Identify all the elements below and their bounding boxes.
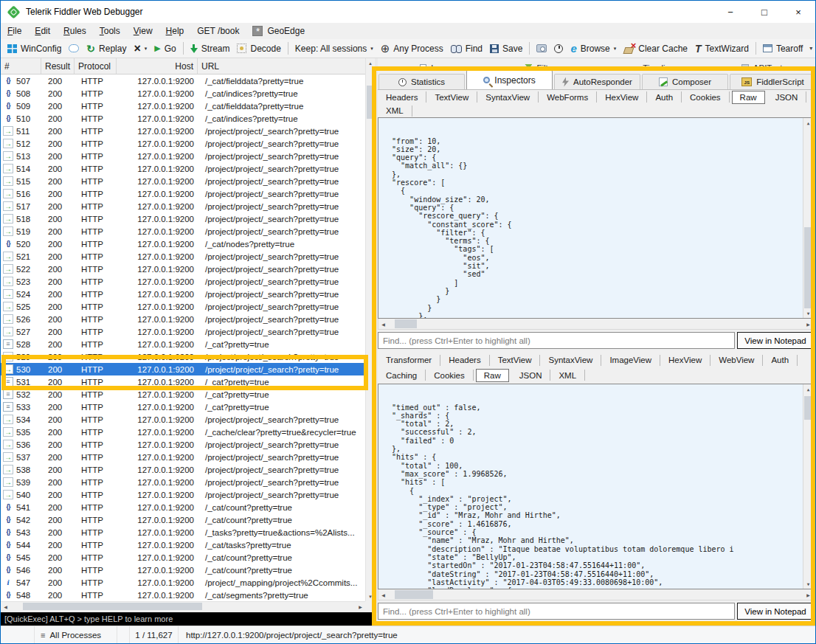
session-list-vscrollbar[interactable]: ▲ ▼	[365, 58, 375, 601]
scrollbar-thumb[interactable]	[804, 227, 812, 308]
scroll-left-icon[interactable]: ◀	[1, 602, 10, 611]
quickexec-bar[interactable]: [QuickExec] ALT+Q > type HELP to learn m…	[1, 612, 376, 626]
request-subtab-textview[interactable]: TextView	[426, 91, 477, 103]
scroll-down-icon[interactable]: ▼	[803, 579, 813, 589]
session-row[interactable]: {}545200HTTP127.0.0.1:9200/_cat/count?pr…	[1, 551, 365, 564]
scrollbar-thumb[interactable]	[367, 86, 374, 119]
session-row[interactable]: →519200HTTP127.0.0.1:9200/project/projec…	[1, 225, 365, 238]
menu-item-view[interactable]: View	[127, 23, 159, 39]
session-row[interactable]: →535200HTTP127.0.0.1:9200/_cache/clear?p…	[1, 426, 365, 438]
toolbar-button-tearoff[interactable]: Tearoff	[759, 40, 806, 58]
toolbar-button-keep-all-sessions[interactable]: Keep: All sessions▾	[291, 40, 377, 58]
toolbar-button-find[interactable]: Find	[447, 40, 486, 58]
toolbar-button-save[interactable]: Save	[486, 40, 526, 58]
session-row[interactable]: ≡533200HTTP127.0.0.1:9200/_cat?pretty=tr…	[1, 401, 365, 413]
response-view-in-notepad-button[interactable]: View in Notepad	[737, 603, 814, 620]
response-subtab-caching[interactable]: Caching	[378, 370, 426, 381]
menu-item-help[interactable]: Help	[159, 23, 191, 39]
response-subtab-auth[interactable]: Auth	[763, 355, 798, 366]
session-row[interactable]: →538200HTTP127.0.0.1:9200/project/projec…	[1, 463, 365, 476]
menu-item-edit[interactable]: Edit	[28, 23, 57, 39]
toolbar-button-any-process[interactable]: Any Process	[377, 40, 447, 58]
scrollbar-thumb[interactable]	[395, 590, 433, 599]
request-subtab-cookies[interactable]: Cookies	[682, 91, 730, 103]
session-row[interactable]: →523200HTTP127.0.0.1:9200/project/projec…	[1, 275, 365, 288]
session-row[interactable]: →517200HTTP127.0.0.1:9200/project/projec…	[1, 200, 365, 212]
request-body-view[interactable]: "from": 10, "size": 20, "query": { "matc…	[378, 117, 814, 319]
session-row[interactable]: →537200HTTP127.0.0.1:9200/project/projec…	[1, 451, 365, 463]
session-row[interactable]: ≡528200HTTP127.0.0.1:9200/_cat?pretty=tr…	[1, 338, 365, 350]
toolbar-button-screenshot-icon[interactable]	[533, 40, 550, 58]
toolbar-button-timer-icon[interactable]	[550, 40, 567, 58]
request-subtab-syntaxview[interactable]: SyntaxView	[477, 91, 539, 103]
toolbar-button-comment-icon[interactable]	[65, 40, 83, 58]
session-row[interactable]: →518200HTTP127.0.0.1:9200/project/projec…	[1, 212, 365, 225]
response-subtab-textview[interactable]: TextView	[490, 355, 541, 366]
response-subtab-transformer[interactable]: Transformer	[378, 355, 440, 366]
request-view-in-notepad-button[interactable]: View in Notepad	[737, 332, 814, 349]
session-row[interactable]: →511200HTTP127.0.0.1:9200/project/projec…	[1, 125, 365, 137]
request-subtab-raw[interactable]: Raw	[732, 91, 765, 104]
column-header-url[interactable]: URL	[198, 58, 365, 74]
session-row[interactable]: →539200HTTP127.0.0.1:9200/project/projec…	[1, 476, 365, 488]
request-find-input[interactable]	[378, 332, 735, 349]
session-list-hscrollbar[interactable]: ◀ ▶	[1, 601, 365, 611]
session-row[interactable]: {}507200HTTP127.0.0.1:9200/_cat/fielddat…	[1, 75, 365, 87]
session-row[interactable]: →529200HTTP127.0.0.1:9200/project/projec…	[1, 350, 365, 363]
session-row[interactable]: →524200HTTP127.0.0.1:9200/project/projec…	[1, 288, 365, 300]
response-subtab-hexview[interactable]: HexView	[660, 355, 710, 366]
session-row[interactable]: →522200HTTP127.0.0.1:9200/project/projec…	[1, 263, 365, 275]
session-row[interactable]: {}546200HTTP127.0.0.1:9200/_cat/count?pr…	[1, 564, 365, 576]
process-filter[interactable]: ≡ All Processes	[35, 626, 117, 644]
request-subtab-webforms[interactable]: WebForms	[539, 91, 597, 103]
request-subtab-xml[interactable]: XML	[378, 105, 412, 117]
session-row[interactable]: {}543200HTTP127.0.0.1:9200/_tasks?pretty…	[1, 526, 365, 539]
tab-filters[interactable]: Filters	[488, 58, 598, 68]
session-row[interactable]: i547200HTTP127.0.0.1:9200/project/_mappi…	[1, 576, 365, 589]
column-header-[interactable]: #	[1, 58, 41, 74]
response-subtab-raw[interactable]: Raw	[476, 369, 509, 382]
scroll-up-icon[interactable]: ▲	[366, 58, 375, 68]
tab-autoresponder[interactable]: AutoResponder	[554, 74, 640, 89]
session-row[interactable]: {}544200HTTP127.0.0.1:9200/_cat/tasks?pr…	[1, 539, 365, 551]
session-row[interactable]: {}520200HTTP127.0.0.1:9200/_cat/nodes?pr…	[1, 238, 365, 250]
maximize-button[interactable]: □	[747, 1, 781, 23]
session-list-header[interactable]: #ResultProtocolHostURL	[1, 58, 365, 75]
response-subtab-json[interactable]: JSON	[511, 370, 551, 381]
toolbar-overflow-button[interactable]: ▾	[806, 45, 815, 52]
column-header-host[interactable]: Host	[117, 58, 198, 74]
request-subtab-hexview[interactable]: HexView	[597, 91, 647, 103]
request-vscrollbar[interactable]: ▲ ▼	[803, 118, 813, 318]
tab-inspectors[interactable]: Inspectors	[466, 70, 553, 89]
toolbar-button-clear-cache[interactable]: Clear Cache	[620, 40, 691, 58]
session-row[interactable]: →513200HTTP127.0.0.1:9200/project/projec…	[1, 150, 365, 162]
toolbar-button-stream[interactable]: Stream	[187, 40, 234, 58]
response-find-input[interactable]	[378, 603, 735, 620]
session-row[interactable]: →526200HTTP127.0.0.1:9200/project/projec…	[1, 313, 365, 325]
response-subtab-headers[interactable]: Headers	[440, 355, 489, 366]
menu-item-tools[interactable]: Tools	[93, 23, 127, 39]
session-row[interactable]: {}541200HTTP127.0.0.1:9200/_cat/count?pr…	[1, 501, 365, 513]
session-row[interactable]: →530200HTTP127.0.0.1:9200/project/projec…	[1, 363, 365, 375]
toolbar-button-browse[interactable]: Browse▾	[567, 40, 620, 58]
session-row[interactable]: {}508200HTTP127.0.0.1:9200/_cat/indices?…	[1, 87, 365, 100]
request-subtab-headers[interactable]: Headers	[378, 91, 426, 103]
response-hscrollbar[interactable]: ◀ ▶	[378, 589, 814, 600]
response-subtab-xml[interactable]: XML	[550, 370, 585, 381]
tab-composer[interactable]: Composer	[642, 74, 728, 89]
tab-statistics[interactable]: Statistics	[378, 74, 465, 89]
column-header-result[interactable]: Result	[41, 58, 75, 74]
scroll-right-icon[interactable]: ▶	[803, 589, 813, 600]
tab-timeline[interactable]: Timeline	[598, 58, 708, 68]
menu-item-rules[interactable]: Rules	[57, 23, 93, 39]
session-row[interactable]: {}510200HTTP127.0.0.1:9200/_cat/indices?…	[1, 112, 365, 125]
session-row[interactable]: →521200HTTP127.0.0.1:9200/project/projec…	[1, 250, 365, 263]
session-row[interactable]: →512200HTTP127.0.0.1:9200/project/projec…	[1, 137, 365, 150]
toolbar-button-go[interactable]: Go	[151, 40, 179, 58]
menu-item-file[interactable]: File	[1, 23, 28, 39]
toolbar-button-replay[interactable]: Replay	[83, 40, 130, 58]
response-subtab-imageview[interactable]: ImageView	[601, 355, 660, 366]
toolbar-button-remove-icon[interactable]: ▾	[130, 40, 151, 58]
scroll-right-icon[interactable]: ▶	[803, 319, 813, 329]
scroll-left-icon[interactable]: ◀	[378, 319, 388, 329]
